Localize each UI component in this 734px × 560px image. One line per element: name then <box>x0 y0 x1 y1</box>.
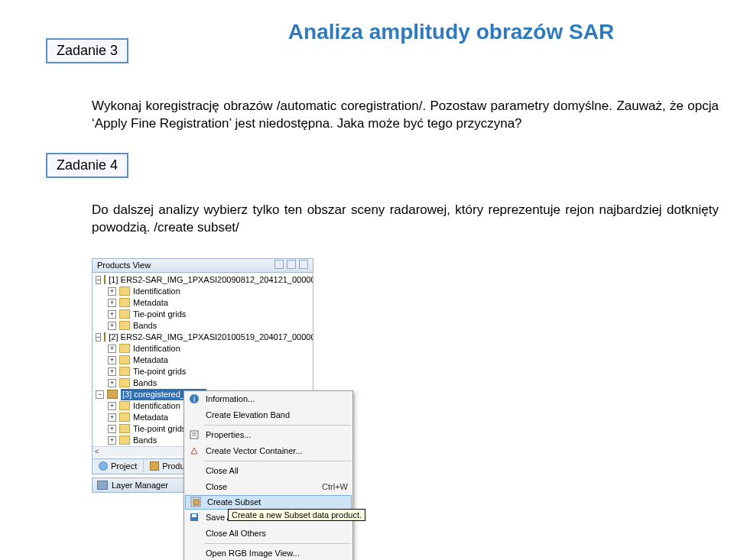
menu-item-information[interactable]: i Information... <box>184 391 352 407</box>
svg-rect-2 <box>190 431 198 439</box>
save-icon <box>187 511 201 523</box>
tree-label: Tie-point grids <box>133 366 186 377</box>
tab-project[interactable]: Project <box>93 460 144 472</box>
menu-label: Create Elevation Band <box>206 410 290 419</box>
blank-icon <box>187 465 201 477</box>
panel-btn-icon[interactable] <box>299 260 308 269</box>
menu-label: Close <box>206 482 227 491</box>
package-icon <box>104 275 106 284</box>
tree-node-product2[interactable]: − [2] ERS2-SAR_IMG_1PXASI20100519_204017… <box>93 332 313 343</box>
tree-node-child[interactable]: +Metadata <box>93 354 313 366</box>
collapse-icon[interactable]: − <box>96 390 104 399</box>
tree-label: Bands <box>133 320 157 332</box>
folder-icon <box>119 378 130 387</box>
expand-icon[interactable]: + <box>108 413 116 422</box>
menu-label: Create Vector Container... <box>206 446 303 455</box>
panel-btn-icon[interactable] <box>274 260 284 269</box>
expand-icon[interactable]: + <box>108 310 116 319</box>
elevation-icon <box>187 409 201 421</box>
menu-label: Properties... <box>206 430 251 439</box>
tree-label: Identification <box>133 286 180 297</box>
tab-label: Produ <box>162 461 184 471</box>
folder-icon <box>119 309 130 319</box>
scroll-left-icon[interactable]: < <box>95 446 99 458</box>
layers-icon <box>97 481 108 490</box>
tree-node-child[interactable]: +Identification <box>93 343 313 354</box>
blank-icon <box>187 481 201 493</box>
tree-label: Metadata <box>133 297 168 309</box>
expand-icon[interactable]: + <box>108 436 116 445</box>
folder-icon <box>119 344 130 353</box>
tree-node-child[interactable]: +Identification <box>93 286 313 297</box>
tree-label: Identification <box>133 400 180 412</box>
svg-rect-7 <box>193 500 199 505</box>
tree-label: [2] ERS2-SAR_IMG_1PXASI20100519_204017_0… <box>109 332 313 343</box>
tree-node-child[interactable]: +Tie-point grids <box>93 309 313 320</box>
menu-item-create-subset[interactable]: Create Subset <box>185 495 352 510</box>
tree-label: Metadata <box>133 354 168 366</box>
panel-title-text: Products View <box>97 261 151 270</box>
collapse-icon[interactable]: − <box>96 276 101 284</box>
expand-icon[interactable]: + <box>108 299 116 307</box>
menu-label: Open RGB Image View... <box>206 549 300 558</box>
task3-paragraph: Wykonaj koregistrację obrazów /automatic… <box>92 98 719 133</box>
task-badge-4: Zadanie 4 <box>46 153 128 178</box>
tooltip-create-subset: Create a new Subset data product. <box>228 509 365 521</box>
menu-label: Information... <box>206 394 255 403</box>
expand-icon[interactable]: + <box>108 367 116 376</box>
folder-icon <box>119 286 130 296</box>
menu-separator <box>204 461 351 461</box>
tab-label: Project <box>111 461 137 471</box>
expand-icon[interactable]: + <box>108 356 116 364</box>
context-menu: i Information... Create Elevation Band P… <box>184 390 353 560</box>
collapse-icon[interactable]: − <box>96 333 101 342</box>
menu-item-vector-container[interactable]: Create Vector Container... <box>184 443 352 459</box>
expand-icon[interactable]: + <box>108 425 116 433</box>
menu-item-properties[interactable]: Properties... <box>184 427 352 443</box>
tree-node-child[interactable]: +Metadata <box>93 297 313 309</box>
tree-label: [1] ERS2-SAR_IMG_1PXASI20090812_204121_0… <box>109 274 313 286</box>
task4-paragraph: Do dalszej analizy wybierz tylko ten obs… <box>92 202 719 237</box>
menu-label: Close All Others <box>206 529 266 538</box>
menu-separator <box>204 425 351 426</box>
products-view-panel: Products View − [1] ERS2-SAR_IMG_1PXASI2… <box>92 258 313 493</box>
expand-icon[interactable]: + <box>108 379 116 387</box>
menu-item-elevation[interactable]: Create Elevation Band <box>184 407 352 423</box>
folder-icon <box>119 424 130 433</box>
package-icon <box>107 390 118 399</box>
expand-icon[interactable]: + <box>108 345 116 353</box>
tree-label: Bands <box>133 435 157 446</box>
subset-icon <box>189 496 203 508</box>
rgb-icon <box>187 547 201 559</box>
expand-icon[interactable]: + <box>108 402 116 410</box>
folder-icon <box>119 321 130 330</box>
info-icon: i <box>187 393 201 405</box>
tree-node-child[interactable]: +Bands <box>93 320 313 332</box>
globe-icon <box>99 461 108 471</box>
tree-node-child[interactable]: +Tie-point grids <box>93 366 313 377</box>
panel-titlebar: Products View <box>92 258 313 273</box>
expand-icon[interactable]: + <box>108 287 116 296</box>
panel-btn-icon[interactable] <box>287 260 296 269</box>
menu-item-close[interactable]: Close Ctrl+W <box>184 479 352 495</box>
menu-item-rgb-view[interactable]: Open RGB Image View... <box>184 545 352 560</box>
menu-shortcut: Ctrl+W <box>322 482 348 491</box>
vector-icon <box>187 445 201 457</box>
tree-node-child[interactable]: +Bands <box>93 377 313 389</box>
menu-label: Create Subset <box>207 497 261 507</box>
package-icon <box>104 332 106 342</box>
svg-rect-9 <box>192 514 196 517</box>
svg-text:i: i <box>193 395 195 403</box>
tree-label: Tie-point grids <box>133 309 186 320</box>
menu-label: Close All <box>206 466 239 475</box>
folder-icon <box>119 413 130 422</box>
menu-item-close-others[interactable]: Close All Others <box>184 526 352 542</box>
tree-label: Bands <box>133 377 157 389</box>
menu-item-close-all[interactable]: Close All <box>184 463 352 479</box>
panel-window-buttons[interactable] <box>274 260 308 270</box>
tree-label: Tie-point grids <box>133 423 186 435</box>
tree-label: Identification <box>133 343 180 354</box>
tree-node-product1[interactable]: − [1] ERS2-SAR_IMG_1PXASI20090812_204121… <box>93 274 313 286</box>
expand-icon[interactable]: + <box>108 322 116 330</box>
folder-icon <box>119 355 130 364</box>
